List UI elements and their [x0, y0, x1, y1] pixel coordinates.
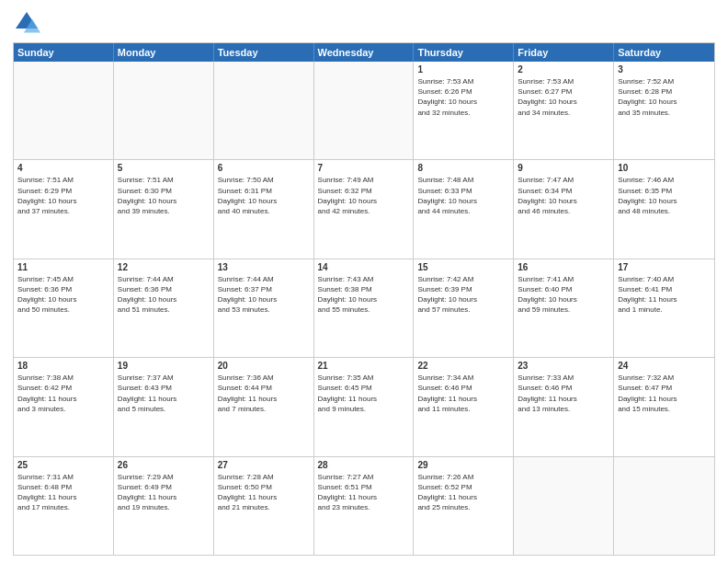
calendar-row-1: 4Sunrise: 7:51 AM Sunset: 6:29 PM Daylig…: [14, 159, 714, 258]
day-number: 27: [218, 460, 310, 470]
calendar-day-4: 4Sunrise: 7:51 AM Sunset: 6:29 PM Daylig…: [14, 160, 114, 258]
day-info: Sunrise: 7:44 AM Sunset: 6:37 PM Dayligh…: [218, 274, 310, 316]
logo: [13, 9, 44, 37]
day-number: 10: [618, 163, 711, 173]
day-number: 19: [118, 361, 210, 371]
day-info: Sunrise: 7:48 AM Sunset: 6:33 PM Dayligh…: [417, 175, 509, 216]
calendar-day-12: 12Sunrise: 7:44 AM Sunset: 6:36 PM Dayli…: [114, 259, 214, 357]
day-number: 11: [17, 262, 109, 272]
day-info: Sunrise: 7:31 AM Sunset: 6:48 PM Dayligh…: [17, 472, 109, 513]
page: SundayMondayTuesdayWednesdayThursdayFrid…: [0, 0, 728, 563]
calendar-day-17: 17Sunrise: 7:40 AM Sunset: 6:41 PM Dayli…: [614, 259, 714, 357]
calendar-empty-cell: [114, 62, 214, 159]
calendar-day-23: 23Sunrise: 7:33 AM Sunset: 6:46 PM Dayli…: [514, 358, 614, 455]
day-number: 5: [118, 163, 210, 173]
calendar-row-2: 11Sunrise: 7:45 AM Sunset: 6:36 PM Dayli…: [14, 259, 714, 357]
calendar-day-28: 28Sunrise: 7:27 AM Sunset: 6:51 PM Dayli…: [314, 457, 415, 555]
calendar-day-9: 9Sunrise: 7:47 AM Sunset: 6:34 PM Daylig…: [514, 160, 614, 258]
weekday-header-wednesday: Wednesday: [314, 43, 415, 62]
header: [13, 9, 715, 37]
calendar-day-29: 29Sunrise: 7:26 AM Sunset: 6:52 PM Dayli…: [414, 457, 514, 555]
day-number: 18: [17, 361, 109, 371]
weekday-header-sunday: Sunday: [14, 43, 114, 62]
calendar-day-20: 20Sunrise: 7:36 AM Sunset: 6:44 PM Dayli…: [214, 358, 314, 455]
calendar-day-11: 11Sunrise: 7:45 AM Sunset: 6:36 PM Dayli…: [14, 259, 114, 357]
calendar-day-18: 18Sunrise: 7:38 AM Sunset: 6:42 PM Dayli…: [14, 358, 114, 455]
day-info: Sunrise: 7:34 AM Sunset: 6:46 PM Dayligh…: [417, 373, 509, 414]
day-info: Sunrise: 7:38 AM Sunset: 6:42 PM Dayligh…: [17, 373, 109, 414]
calendar-day-3: 3Sunrise: 7:52 AM Sunset: 6:28 PM Daylig…: [614, 62, 714, 159]
calendar-day-7: 7Sunrise: 7:49 AM Sunset: 6:32 PM Daylig…: [314, 160, 415, 258]
day-number: 29: [417, 460, 509, 470]
weekday-header-monday: Monday: [114, 43, 214, 62]
day-info: Sunrise: 7:43 AM Sunset: 6:38 PM Dayligh…: [318, 274, 410, 316]
calendar-header: SundayMondayTuesdayWednesdayThursdayFrid…: [14, 43, 714, 62]
weekday-header-saturday: Saturday: [614, 43, 714, 62]
weekday-header-tuesday: Tuesday: [214, 43, 314, 62]
calendar-empty-cell: [614, 457, 714, 555]
day-info: Sunrise: 7:44 AM Sunset: 6:36 PM Dayligh…: [118, 274, 210, 316]
calendar-day-1: 1Sunrise: 7:53 AM Sunset: 6:26 PM Daylig…: [414, 62, 514, 159]
day-info: Sunrise: 7:28 AM Sunset: 6:50 PM Dayligh…: [218, 472, 310, 513]
calendar-day-22: 22Sunrise: 7:34 AM Sunset: 6:46 PM Dayli…: [414, 358, 514, 455]
day-info: Sunrise: 7:53 AM Sunset: 6:26 PM Dayligh…: [417, 76, 509, 118]
day-number: 23: [518, 361, 609, 371]
day-info: Sunrise: 7:41 AM Sunset: 6:40 PM Dayligh…: [518, 274, 609, 316]
calendar-empty-cell: [314, 62, 415, 159]
day-info: Sunrise: 7:49 AM Sunset: 6:32 PM Dayligh…: [318, 175, 410, 216]
calendar-empty-cell: [14, 62, 114, 159]
weekday-header-thursday: Thursday: [414, 43, 514, 62]
day-info: Sunrise: 7:29 AM Sunset: 6:49 PM Dayligh…: [118, 472, 210, 513]
weekday-header-friday: Friday: [514, 43, 614, 62]
calendar-day-25: 25Sunrise: 7:31 AM Sunset: 6:48 PM Dayli…: [14, 457, 114, 555]
calendar-day-10: 10Sunrise: 7:46 AM Sunset: 6:35 PM Dayli…: [614, 160, 714, 258]
day-info: Sunrise: 7:32 AM Sunset: 6:47 PM Dayligh…: [618, 373, 711, 414]
day-info: Sunrise: 7:53 AM Sunset: 6:27 PM Dayligh…: [518, 76, 609, 118]
day-number: 22: [417, 361, 509, 371]
day-number: 2: [518, 64, 609, 75]
calendar-day-24: 24Sunrise: 7:32 AM Sunset: 6:47 PM Dayli…: [614, 358, 714, 455]
calendar-day-27: 27Sunrise: 7:28 AM Sunset: 6:50 PM Dayli…: [214, 457, 314, 555]
day-number: 25: [17, 460, 109, 470]
day-number: 4: [17, 163, 109, 173]
calendar-empty-cell: [514, 457, 614, 555]
day-number: 8: [417, 163, 509, 173]
calendar-day-6: 6Sunrise: 7:50 AM Sunset: 6:31 PM Daylig…: [214, 160, 314, 258]
calendar-day-19: 19Sunrise: 7:37 AM Sunset: 6:43 PM Dayli…: [114, 358, 214, 455]
day-info: Sunrise: 7:33 AM Sunset: 6:46 PM Dayligh…: [518, 373, 609, 414]
calendar-row-0: 1Sunrise: 7:53 AM Sunset: 6:26 PM Daylig…: [14, 62, 714, 159]
calendar-day-8: 8Sunrise: 7:48 AM Sunset: 6:33 PM Daylig…: [414, 160, 514, 258]
day-number: 9: [518, 163, 609, 173]
day-info: Sunrise: 7:35 AM Sunset: 6:45 PM Dayligh…: [318, 373, 410, 414]
day-number: 26: [118, 460, 210, 470]
day-info: Sunrise: 7:50 AM Sunset: 6:31 PM Dayligh…: [218, 175, 310, 216]
day-number: 21: [318, 361, 410, 371]
day-number: 16: [518, 262, 609, 272]
day-info: Sunrise: 7:36 AM Sunset: 6:44 PM Dayligh…: [218, 373, 310, 414]
day-number: 28: [318, 460, 410, 470]
day-info: Sunrise: 7:27 AM Sunset: 6:51 PM Dayligh…: [318, 472, 410, 513]
calendar: SundayMondayTuesdayWednesdayThursdayFrid…: [13, 42, 715, 556]
day-info: Sunrise: 7:42 AM Sunset: 6:39 PM Dayligh…: [417, 274, 509, 316]
day-number: 7: [318, 163, 410, 173]
day-number: 14: [318, 262, 410, 272]
day-number: 3: [618, 64, 711, 75]
day-number: 1: [417, 64, 509, 75]
calendar-day-26: 26Sunrise: 7:29 AM Sunset: 6:49 PM Dayli…: [114, 457, 214, 555]
calendar-day-15: 15Sunrise: 7:42 AM Sunset: 6:39 PM Dayli…: [414, 259, 514, 357]
day-number: 13: [218, 262, 310, 272]
day-number: 15: [417, 262, 509, 272]
day-info: Sunrise: 7:45 AM Sunset: 6:36 PM Dayligh…: [17, 274, 109, 316]
calendar-body: 1Sunrise: 7:53 AM Sunset: 6:26 PM Daylig…: [14, 62, 714, 555]
day-number: 12: [118, 262, 210, 272]
day-info: Sunrise: 7:37 AM Sunset: 6:43 PM Dayligh…: [118, 373, 210, 414]
day-number: 20: [218, 361, 310, 371]
day-info: Sunrise: 7:52 AM Sunset: 6:28 PM Dayligh…: [618, 76, 711, 118]
calendar-day-16: 16Sunrise: 7:41 AM Sunset: 6:40 PM Dayli…: [514, 259, 614, 357]
day-info: Sunrise: 7:47 AM Sunset: 6:34 PM Dayligh…: [518, 175, 609, 216]
calendar-empty-cell: [214, 62, 314, 159]
calendar-day-2: 2Sunrise: 7:53 AM Sunset: 6:27 PM Daylig…: [514, 62, 614, 159]
day-number: 24: [618, 361, 711, 371]
calendar-row-3: 18Sunrise: 7:38 AM Sunset: 6:42 PM Dayli…: [14, 357, 714, 455]
calendar-day-5: 5Sunrise: 7:51 AM Sunset: 6:30 PM Daylig…: [114, 160, 214, 258]
